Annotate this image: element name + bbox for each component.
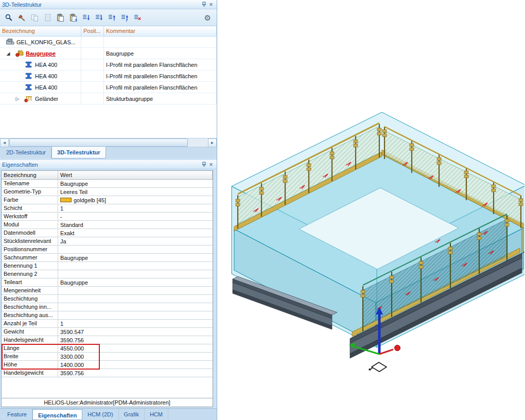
tab-grafik[interactable]: Grafik [119,409,145,420]
property-value[interactable]: 1 [58,320,213,327]
property-value[interactable]: Ja [58,237,213,245]
scroll-left-button[interactable]: ◄ [0,138,9,147]
property-row-datenmodell[interactable]: DatenmodellExakt [2,229,213,237]
close-icon[interactable]: × [207,1,215,8]
property-column-header-bezeichnung[interactable]: Bezeichnung [2,171,58,179]
property-value[interactable]: Baugruppe [58,180,213,187]
tree-row-gel-konfig-glas[interactable]: GEL_KONFIG_GLAS... [0,37,217,48]
scrollbar-thumb[interactable] [9,138,188,147]
property-row-beschichtung-aus[interactable]: Beschichtung aus... [2,311,213,320]
copy-button[interactable] [28,11,41,24]
property-name: Teilename [2,180,58,187]
property-value[interactable] [58,311,213,319]
property-column-header-wert[interactable]: Wert [58,171,213,179]
pin-icon[interactable] [200,161,207,168]
paste-special-button[interactable] [67,11,79,24]
property-row-werkstoff[interactable]: Werkstoff- [2,213,213,221]
close-icon[interactable]: × [207,161,215,168]
property-row-breite[interactable]: Breite3300.000 [2,353,213,361]
tree-body: GEL_KONFIG_GLAS...◢BaugruppeBaugruppeHEA… [0,37,217,138]
property-row-hoehe[interactable]: Höhe1400.000 [2,361,213,369]
property-name: Handelsgewicht [2,369,58,377]
document-button[interactable] [41,11,54,24]
property-value-text: goldgelb [45] [74,197,106,203]
property-row-geometrie-typ[interactable]: Geometrie-TypLeeres Teil [2,188,213,196]
property-value[interactable]: Leeres Teil [58,188,213,196]
3d-model-scene [217,0,524,420]
scrollbar-track[interactable] [9,138,207,147]
property-row-beschichtung-inn[interactable]: Beschichtung inn... [2,303,213,311]
viewport-3d[interactable] [217,0,525,420]
property-row-laenge[interactable]: Länge4550.000 [2,344,213,353]
sort-position-button[interactable]: 1 [118,11,131,24]
property-value[interactable]: Exakt [58,229,213,237]
property-value[interactable]: Baugruppe [58,254,213,261]
scroll-right-button[interactable]: ► [208,138,217,147]
property-row-gewicht[interactable]: Gewicht3590.547 [2,328,213,336]
property-row-benennung-2[interactable]: Benennung 2 [2,270,213,278]
property-row-mengeneinheit[interactable]: Mengeneinheit [2,287,213,295]
property-value[interactable]: Standard [58,221,213,229]
tree-row-hea-400[interactable]: HEA 400I-Profil mit parallelen Flanschfl… [0,71,217,82]
property-name: Mengeneinheit [2,287,58,294]
property-value[interactable] [58,303,213,311]
column-header-posit[interactable]: Posit... [81,26,104,36]
tree-row-hea-400[interactable]: HEA 400I-Profil mit parallelen Flanschfl… [0,82,217,93]
property-row-handelsgewicht[interactable]: Handelsgewicht3590.756 [2,336,213,344]
tree-row-baugruppe[interactable]: ◢BaugruppeBaugruppe [0,48,217,59]
property-value[interactable]: 3590.756 [58,369,213,377]
tab-2d-teilestruktur[interactable]: 2D-Teilestruktur [1,147,51,159]
property-row-sachnummer[interactable]: SachnummerBaugruppe [2,254,213,262]
horizontal-scrollbar[interactable]: ◄ ► [0,138,217,147]
settings-gear-button[interactable]: ⚙ [202,11,214,24]
property-value[interactable]: 1400.000 [58,361,213,369]
tree-row-hea-400[interactable]: HEA 400I-Profil mit parallelen Flanschfl… [0,59,217,71]
find-button[interactable] [3,11,15,24]
property-row-teileart[interactable]: TeileartBaugruppe [2,278,213,287]
property-row-handelsgewicht[interactable]: Handelsgewicht3590.756 [2,369,213,377]
tab-eigenschaften[interactable]: Eigenschaften [32,409,82,420]
column-header-kommentar[interactable]: Kommentar [104,26,217,36]
property-value[interactable]: Baugruppe [58,278,213,286]
sort-tree-button[interactable] [80,11,92,24]
property-value[interactable]: 1 [58,204,213,212]
property-value[interactable] [58,270,213,278]
tree-row-gelaender[interactable]: ▷GeländerStrukturbaugruppe [0,93,217,104]
property-row-farbe[interactable]: Farbegoldgelb [45] [2,196,213,204]
property-value[interactable]: 3590.756 [58,336,213,344]
pin-icon[interactable] [200,1,207,8]
part-label: GEL_KONFIG_GLAS... [16,39,76,45]
sort-descending-button[interactable] [106,11,118,24]
property-row-positionsnummer[interactable]: Positionsnummer [2,246,213,254]
property-value[interactable] [58,246,213,253]
property-value[interactable]: 3590.547 [58,328,213,336]
property-value[interactable]: 4550.000 [58,344,213,352]
paste-button[interactable] [54,11,66,24]
property-value[interactable] [58,295,213,303]
collapse-icon[interactable]: ◢ [5,51,11,56]
property-value[interactable]: 3300.000 [58,353,213,360]
sort-ascending-button[interactable]: 1 [93,11,105,24]
property-value-text: 1400.000 [60,362,84,368]
property-value[interactable]: - [58,213,213,220]
property-row-stuecklistenrelevant[interactable]: StücklistenrelevantJa [2,237,213,246]
property-value-text: 3590.756 [60,370,84,376]
column-header-bezeichnung[interactable]: Bezeichnung [0,26,81,36]
property-row-anzahl-je-teil[interactable]: Anzahl je Teil1 [2,320,213,328]
expand-icon[interactable]: ▷ [14,96,21,101]
tab-feature[interactable]: Feature [2,409,32,420]
property-row-schicht[interactable]: Schicht1 [2,204,213,213]
edit-axe-button[interactable] [15,11,28,24]
tab-3d-teilestruktur[interactable]: 3D-Teilestruktur [51,147,106,159]
property-grid: BezeichnungWert TeilenameBaugruppeGeomet… [1,170,213,407]
property-row-modul[interactable]: ModulStandard [2,221,213,229]
property-row-benennung-1[interactable]: Benennung 1 [2,262,213,270]
property-value[interactable]: goldgelb [45] [58,196,213,204]
property-value[interactable] [58,262,213,270]
sort-remove-button[interactable]: × [131,11,144,24]
property-value[interactable] [58,287,213,294]
tab-hcm[interactable]: HCM [145,409,168,420]
property-row-teilename[interactable]: TeilenameBaugruppe [2,180,213,188]
property-row-beschichtung[interactable]: Beschichtung [2,295,213,303]
tab-hcm-2d[interactable]: HCM (2D) [82,409,119,420]
